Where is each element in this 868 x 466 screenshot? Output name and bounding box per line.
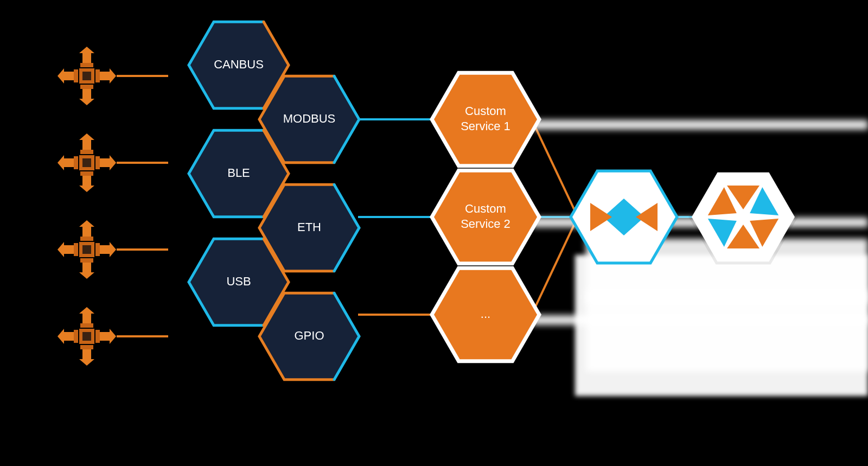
- svg-marker-3: [79, 47, 94, 53]
- svg-rect-18: [80, 150, 93, 154]
- svg-marker-34: [110, 242, 116, 257]
- svg-rect-32: [80, 237, 93, 241]
- svg-rect-35: [95, 243, 100, 256]
- service-hex-svc1: CustomService 1: [430, 71, 541, 168]
- service-label-2: Service 1: [461, 119, 510, 133]
- svg-marker-26: [58, 155, 64, 170]
- protocol-label: GPIO: [294, 329, 324, 342]
- connector-svc-gateway-2: [532, 217, 578, 315]
- svg-rect-4: [80, 63, 93, 67]
- protocol-label: USB: [226, 275, 251, 288]
- svg-rect-7: [95, 69, 100, 82]
- svg-rect-15: [82, 158, 91, 167]
- svg-marker-51: [79, 359, 94, 366]
- svg-marker-6: [110, 68, 116, 84]
- svg-rect-19: [99, 158, 110, 167]
- glow-streak: [532, 120, 868, 130]
- protocol-label: CANBUS: [214, 58, 264, 71]
- svg-rect-36: [82, 261, 91, 272]
- svg-marker-12: [58, 68, 64, 84]
- device-chip-icon: [58, 47, 116, 105]
- svg-marker-45: [79, 307, 94, 314]
- service-label-1: ...: [481, 307, 490, 321]
- protocol-label: ETH: [297, 220, 321, 234]
- service-label-2: Service 2: [461, 217, 510, 231]
- service-label-1: Custom: [465, 104, 506, 118]
- svg-rect-27: [74, 156, 78, 169]
- svg-marker-17: [79, 133, 94, 140]
- svg-rect-53: [64, 332, 75, 341]
- svg-rect-24: [80, 171, 93, 176]
- svg-rect-41: [74, 243, 78, 256]
- svg-rect-47: [99, 332, 110, 341]
- svg-rect-30: [82, 227, 91, 238]
- protocol-label: MODBUS: [283, 112, 336, 125]
- svg-rect-52: [80, 345, 93, 349]
- svg-rect-25: [64, 158, 75, 167]
- svg-rect-55: [74, 330, 78, 343]
- svg-rect-33: [99, 245, 110, 254]
- svg-marker-37: [79, 272, 94, 279]
- svg-rect-2: [82, 53, 91, 64]
- svg-rect-21: [95, 156, 100, 169]
- connector-svc-gateway-0: [532, 119, 578, 217]
- svg-rect-49: [95, 330, 100, 343]
- svg-rect-1: [82, 72, 91, 80]
- svg-rect-10: [80, 85, 93, 89]
- protocol-label: BLE: [227, 166, 250, 180]
- svg-marker-20: [110, 155, 116, 170]
- service-hex-svc3: ...: [430, 266, 541, 363]
- svg-marker-40: [58, 242, 64, 257]
- svg-marker-48: [110, 329, 116, 344]
- svg-marker-23: [79, 186, 94, 192]
- svg-marker-31: [79, 220, 94, 227]
- svg-marker-54: [58, 329, 64, 344]
- svg-marker-9: [79, 99, 94, 105]
- glow-block: [575, 255, 868, 396]
- svg-rect-38: [80, 258, 93, 263]
- service-label-1: Custom: [465, 202, 506, 215]
- svg-rect-50: [82, 348, 91, 359]
- svg-rect-8: [82, 88, 91, 99]
- endpoint-center: [738, 212, 749, 222]
- svg-rect-39: [64, 245, 75, 254]
- svg-rect-11: [64, 72, 75, 80]
- service-hex-svc2: CustomService 2: [430, 169, 541, 265]
- svg-rect-13: [74, 69, 78, 82]
- device-chip-icon: [58, 133, 116, 192]
- svg-rect-43: [82, 332, 91, 341]
- svg-rect-46: [80, 323, 93, 328]
- device-chip-icon: [58, 220, 116, 279]
- svg-rect-16: [82, 140, 91, 151]
- device-chip-icon: [58, 307, 116, 366]
- svg-rect-44: [82, 314, 91, 324]
- svg-rect-29: [82, 245, 91, 254]
- svg-rect-22: [82, 175, 91, 186]
- svg-rect-5: [99, 72, 110, 80]
